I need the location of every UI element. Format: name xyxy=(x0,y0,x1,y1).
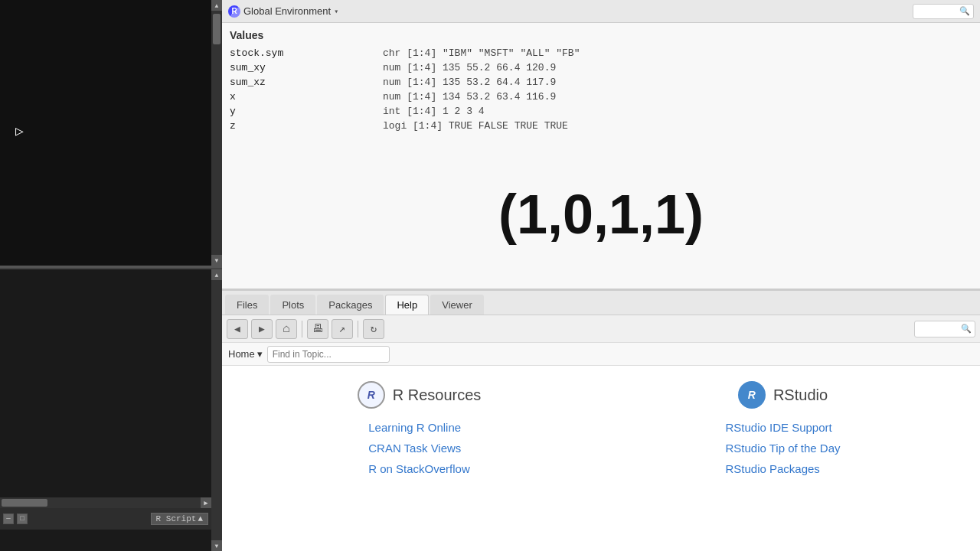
var-name: y xyxy=(230,106,383,117)
help-search-icon: 🔍 xyxy=(961,324,972,334)
rstudio-resource-links: RStudio IDE SupportRStudio Tip of the Da… xyxy=(725,421,840,475)
script-label: R Script xyxy=(156,514,197,523)
table-row: stock.symchr [1:4] "IBM" "MSFT" "ALL" "F… xyxy=(230,46,972,60)
var-name: stock.sym xyxy=(230,47,383,59)
home-button[interactable]: ⌂ xyxy=(276,319,297,339)
right-panel: R Global Environment ▾ 🔍 Values stock.sy… xyxy=(222,0,980,551)
help-address-bar: Home ▾ xyxy=(222,343,980,366)
resource-link[interactable]: Learning R Online xyxy=(368,421,461,434)
rstudio-resources-title: R RStudio xyxy=(738,381,828,409)
help-panel: FilesPlotsPackagesHelpViewer ◀ ▶ ⌂ 🖶 ↗ ↻… xyxy=(222,291,980,551)
tab-plots[interactable]: Plots xyxy=(270,295,315,315)
forward-button[interactable]: ▶ xyxy=(251,319,273,339)
var-name: x xyxy=(230,91,383,103)
env-search-box[interactable]: 🔍 xyxy=(913,4,974,19)
table-row: sum_xynum [1:4] 135 55.2 66.4 120.9 xyxy=(230,60,972,75)
values-header: Values xyxy=(230,29,972,41)
help-search-box[interactable]: 🔍 xyxy=(914,321,975,337)
var-name: sum_xy xyxy=(230,62,383,73)
refresh-button[interactable]: ↻ xyxy=(363,319,384,339)
env-title: Global Environment xyxy=(243,5,331,17)
left-panel: ▷ ▲ ▼ ▲ ▼ ▶ xyxy=(0,0,222,551)
var-name: sum_xz xyxy=(230,77,383,88)
rstudio-logo: R xyxy=(738,381,766,409)
expand-button[interactable]: ▶ xyxy=(201,497,211,508)
var-value: chr [1:4] "IBM" "MSFT" "ALL" "FB" xyxy=(383,47,972,59)
back-button[interactable]: ◀ xyxy=(227,319,248,339)
home-dropdown[interactable]: Home ▾ xyxy=(228,348,263,360)
resource-link[interactable]: RStudio Tip of the Day xyxy=(725,442,840,455)
r-resources-label: R Resources xyxy=(393,386,482,404)
r-logo: R xyxy=(358,381,385,409)
cursor: ▷ xyxy=(15,122,24,139)
env-header: R Global Environment ▾ 🔍 xyxy=(222,0,980,23)
rstudio-label: RStudio xyxy=(773,386,828,404)
environment-panel: R Global Environment ▾ 🔍 Values stock.sy… xyxy=(222,0,980,291)
tab-packages[interactable]: Packages xyxy=(317,295,384,315)
resource-link[interactable]: CRAN Task Views xyxy=(368,442,461,455)
find-topic-input[interactable] xyxy=(267,346,390,363)
scroll-down-arrow[interactable]: ▼ xyxy=(211,255,222,266)
big-display: (1,0,1,1) xyxy=(222,139,980,289)
tab-viewer[interactable]: Viewer xyxy=(430,295,484,315)
minimize-button[interactable]: — xyxy=(3,514,14,524)
publish-button[interactable]: ↗ xyxy=(332,319,353,339)
table-row: zlogi [1:4] TRUE FALSE TRUE TRUE xyxy=(230,119,972,133)
r-environment-icon: R xyxy=(228,5,240,18)
var-value: num [1:4] 134 53.2 63.4 116.9 xyxy=(383,91,972,103)
editor-area: ▷ ▲ ▼ xyxy=(0,0,222,266)
home-dropdown-arrow: ▾ xyxy=(257,348,263,360)
script-type-button[interactable]: R Script ▲ xyxy=(151,513,208,525)
resource-link[interactable]: R on StackOverflow xyxy=(368,462,470,475)
table-row: yint [1:4] 1 2 3 4 xyxy=(230,104,972,119)
resource-link[interactable]: RStudio Packages xyxy=(725,462,819,475)
table-row: sum_xznum [1:4] 135 53.2 64.4 117.9 xyxy=(230,75,972,90)
var-value: int [1:4] 1 2 3 4 xyxy=(383,106,972,117)
var-value: num [1:4] 135 55.2 66.4 120.9 xyxy=(383,62,972,73)
toolbar-separator-2 xyxy=(358,321,358,337)
scroll-up-arrow[interactable]: ▲ xyxy=(211,0,222,11)
toolbar-separator-1 xyxy=(302,321,302,337)
env-search-icon: 🔍 xyxy=(959,6,970,16)
variables-table: stock.symchr [1:4] "IBM" "MSFT" "ALL" "F… xyxy=(230,46,972,133)
hscroll-thumb[interactable] xyxy=(2,499,47,507)
resource-link[interactable]: RStudio IDE Support xyxy=(725,421,831,434)
r-resource-links: Learning R OnlineCRAN Task ViewsR on Sta… xyxy=(368,421,470,475)
help-tabs-bar: FilesPlotsPackagesHelpViewer xyxy=(222,291,980,315)
console-scrollbar[interactable]: ▲ ▼ xyxy=(211,269,222,551)
console-toolbar: — □ R Script ▲ xyxy=(0,508,211,530)
rstudio-resources-section: R RStudio RStudio IDE SupportRStudio Tip… xyxy=(609,381,957,475)
help-toolbar: ◀ ▶ ⌂ 🖶 ↗ ↻ 🔍 xyxy=(222,315,980,343)
console-scroll-down[interactable]: ▼ xyxy=(211,540,222,551)
big-result-text: (1,0,1,1) xyxy=(498,183,704,246)
print-button[interactable]: 🖶 xyxy=(307,319,328,339)
console-hscrollbar[interactable] xyxy=(0,497,211,508)
script-dropdown-arrow: ▲ xyxy=(198,514,203,523)
table-row: xnum [1:4] 134 53.2 63.4 116.9 xyxy=(230,90,972,104)
console-scroll-up[interactable]: ▲ xyxy=(211,269,222,280)
values-section: Values stock.symchr [1:4] "IBM" "MSFT" "… xyxy=(222,23,980,139)
console-area: ▲ ▼ ▶ — □ R Script ▲ xyxy=(0,268,222,551)
resources-grid: R R Resources Learning R OnlineCRAN Task… xyxy=(245,381,957,475)
maximize-button[interactable]: □ xyxy=(17,514,28,524)
tab-help[interactable]: Help xyxy=(385,295,429,315)
var-value: logi [1:4] TRUE FALSE TRUE TRUE xyxy=(383,120,972,132)
var-name: z xyxy=(230,120,383,132)
r-resources-section: R R Resources Learning R OnlineCRAN Task… xyxy=(245,381,593,475)
home-label: Home xyxy=(228,348,255,360)
env-dropdown-arrow[interactable]: ▾ xyxy=(334,7,338,16)
tab-files[interactable]: Files xyxy=(225,295,269,315)
r-resources-title: R R Resources xyxy=(358,381,482,409)
var-value: num [1:4] 135 53.2 64.4 117.9 xyxy=(383,77,972,88)
editor-scrollbar[interactable]: ▲ ▼ xyxy=(211,0,222,266)
help-content: R R Resources Learning R OnlineCRAN Task… xyxy=(222,366,980,551)
